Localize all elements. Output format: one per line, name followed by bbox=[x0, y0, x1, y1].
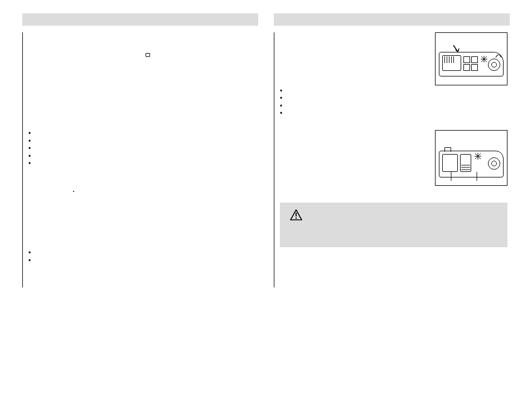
list-item: Set the water softener to the lowest lev… bbox=[28, 249, 256, 257]
list-item: Combined (3-in-1) detergents with rinse … bbox=[28, 153, 256, 160]
combi-text: If using combined detergent products tha… bbox=[28, 239, 256, 246]
list-item: Liquid detergent bbox=[28, 138, 256, 145]
right-title: Adding rinse aid bbox=[280, 36, 431, 42]
tiny-dot-row: placeholder bbox=[28, 188, 256, 194]
right-fill-intro: Open the cap by turning it anticlockwise… bbox=[280, 77, 431, 84]
left-content: Use of detergent Only use detergents spe… bbox=[22, 32, 258, 287]
right-fill-heading: To fill the dispenser: bbox=[280, 68, 431, 75]
adjust-text: The dose selector has 6 positions. Start… bbox=[280, 264, 507, 284]
combi-list: Set the water softener to the lowest lev… bbox=[28, 249, 256, 264]
list-item: Concentrated detergents bbox=[28, 160, 256, 167]
page: Detergent Use of detergent Only use dete… bbox=[0, 0, 532, 301]
types-intro: There are several types of dishwasher de… bbox=[28, 120, 256, 127]
callout-line-a-icon bbox=[449, 172, 453, 181]
right-split: Adding rinse aid Rinse aid ensures thoro… bbox=[280, 32, 507, 186]
right-section-bar: Rinse aid bbox=[274, 13, 510, 26]
combi-heading: Combi detergents bbox=[28, 230, 256, 237]
callout-line-b-icon bbox=[475, 172, 479, 181]
dispenser-icon bbox=[146, 53, 150, 57]
types-list: Powder detergent Liquid detergent Tablet… bbox=[28, 130, 256, 167]
fig1-label: Cap bbox=[495, 34, 504, 39]
fill-step-0: If the lid is closed: press the release … bbox=[28, 70, 256, 77]
fill-step-2: Close the lid and press until it locks i… bbox=[28, 91, 256, 98]
snowflake-icon bbox=[475, 153, 481, 160]
dispenser-drawing-1 bbox=[439, 47, 504, 81]
left-column: Detergent Use of detergent Only use dete… bbox=[22, 13, 258, 287]
adjust-heading: Adjusting the dose bbox=[280, 255, 507, 262]
concentrated-heading: Concentrated detergents bbox=[28, 198, 256, 204]
types-heading: Different types of detergent bbox=[28, 111, 256, 118]
right-fill-list: Pour in the rinse aid until the containe… bbox=[280, 88, 431, 124]
list-item: Powder detergent bbox=[28, 130, 256, 137]
fill-heading: To fill the dispenser: bbox=[28, 61, 256, 68]
right-after: Top up the rinse aid when the indicator … bbox=[280, 128, 431, 141]
list-item: Replace the cap and turn clockwise. bbox=[280, 103, 431, 110]
notch-icon bbox=[495, 51, 502, 59]
fill-step-3: If using tablets, place one tablet in th… bbox=[28, 101, 256, 108]
svg-point-14 bbox=[296, 218, 297, 219]
list-item: Pour in the rinse aid until the containe… bbox=[280, 88, 431, 95]
right-content: Adding rinse aid Rinse aid ensures thoro… bbox=[274, 32, 510, 287]
warning-text: Only ever use rinse aid designed for dis… bbox=[288, 209, 500, 229]
concentrated-text: Based on their chemical composition, dis… bbox=[28, 206, 256, 227]
list-item: The dispenser holds about 110 ml of rins… bbox=[280, 95, 431, 102]
figure-dispenser-open: A B bbox=[435, 130, 507, 186]
left-intro: Only use detergents specifically designe… bbox=[28, 45, 256, 58]
right-text-block: Adding rinse aid Rinse aid ensures thoro… bbox=[280, 32, 431, 186]
page-number-left: 6 bbox=[22, 375, 25, 381]
figure-dispenser-closed: Cap bbox=[435, 32, 507, 85]
tiny-dot-text: placeholder bbox=[35, 188, 61, 194]
left-title: Use of detergent bbox=[28, 36, 256, 42]
list-item: Wipe up any spilt rinse aid with a cloth… bbox=[280, 110, 431, 124]
snowflake-icon bbox=[480, 55, 488, 63]
list-item: Set the rinse aid dosage to position 1 i… bbox=[28, 257, 256, 265]
dispenser-drawing-2 bbox=[439, 145, 504, 179]
level-lines-icon bbox=[461, 164, 470, 171]
warning-box: Only ever use rinse aid designed for dis… bbox=[280, 203, 507, 247]
fig2-label-b: B bbox=[472, 132, 475, 137]
fig2-label-a: A bbox=[447, 132, 449, 137]
fill-step-1: Pour the detergent into the larger compa… bbox=[28, 80, 256, 87]
left-intro-text: Only use detergents specifically designe… bbox=[28, 45, 252, 57]
left-section-bar: Detergent bbox=[22, 13, 258, 26]
types-after: Not all tablets dissolve fully on short … bbox=[28, 171, 256, 184]
figure-stack: Cap bbox=[435, 32, 507, 186]
warning-triangle-icon bbox=[290, 209, 302, 220]
page-number-right: 7 bbox=[507, 375, 510, 381]
right-intro: Rinse aid ensures thorough rinsing and s… bbox=[280, 45, 431, 65]
right-column: Rinse aid Adding rinse aid Rinse aid ens… bbox=[274, 13, 510, 287]
list-item: Tablets bbox=[28, 145, 256, 152]
